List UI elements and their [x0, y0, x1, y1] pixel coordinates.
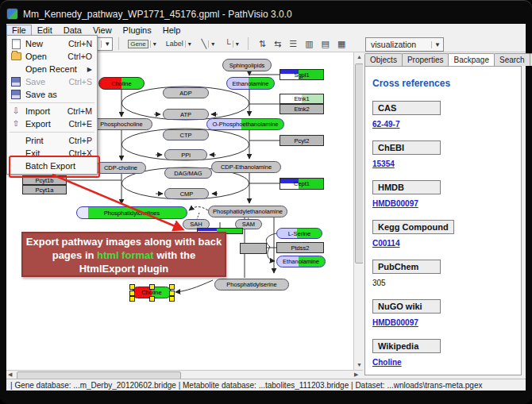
menu-plugins[interactable]: Plugins: [118, 25, 157, 36]
scroll-left-icon[interactable]: ◀: [8, 371, 12, 379]
node-pcyt1a[interactable]: Pcyt1a: [22, 185, 67, 194]
node-cmp[interactable]: CMP: [164, 188, 209, 199]
file-menu-item-open-recent[interactable]: Open Recent▶: [7, 63, 97, 75]
chevron-down-icon: ▾: [185, 40, 191, 48]
xref-link[interactable]: Choline: [372, 358, 402, 367]
menu-file[interactable]: File: [6, 25, 32, 36]
xref-section-value: 305: [372, 279, 521, 287]
selection-handle[interactable]: [169, 290, 175, 296]
node-pcyt2[interactable]: Pcyt2: [279, 135, 324, 146]
node-ppi[interactable]: PPi: [164, 149, 207, 160]
scroll-down-icon[interactable]: ▼: [357, 361, 362, 369]
selection-handle[interactable]: [149, 296, 155, 302]
chevron-down-icon: ▾: [233, 40, 239, 48]
selection-handle[interactable]: [129, 296, 135, 302]
new-document-icon: [10, 39, 21, 48]
xref-link[interactable]: C00114: [372, 239, 399, 248]
node-ethanolamine-top[interactable]: Ethanolamine: [226, 77, 275, 90]
node-phosphatidylethanolamine[interactable]: Phosphatidylethanolamine: [208, 206, 287, 217]
tab-backpage[interactable]: Backpage: [448, 53, 494, 66]
xref-link[interactable]: 15354: [372, 160, 395, 168]
align-center-y-icon[interactable]: ⇆: [274, 40, 281, 48]
menu-view[interactable]: View: [87, 25, 118, 36]
menu-data[interactable]: Data: [58, 25, 87, 36]
menu-help[interactable]: Help: [157, 25, 187, 36]
node-ctp[interactable]: CTP: [163, 129, 209, 140]
node-etnk2[interactable]: Etnk2: [279, 104, 324, 114]
xref-link[interactable]: HMDB00097: [372, 318, 418, 327]
xref-link[interactable]: HMDB00097: [372, 199, 418, 208]
distribute-vertical-icon[interactable]: ☰: [289, 40, 297, 48]
node-label: Phosphatidylserine: [226, 281, 276, 288]
node-atp[interactable]: ATP: [163, 109, 209, 120]
selection-handle[interactable]: [149, 284, 155, 290]
distribute-horizontal-icon[interactable]: ▥: [305, 40, 313, 48]
align-center-x-icon[interactable]: ⇅: [259, 40, 266, 48]
menu-item-label: Import: [25, 106, 64, 116]
file-menu-item-import[interactable]: ⇩ImportCtrl+M: [7, 105, 97, 117]
scroll-right-icon[interactable]: ▶: [354, 371, 358, 379]
node-label: Ethanolamine: [283, 258, 319, 265]
backpage-panel[interactable]: Cross references CAS62-49-7ChEBI15354HMD…: [364, 66, 522, 375]
node-phosphocholine[interactable]: Phosphocholine: [91, 118, 152, 130]
menu-item-label: Save as: [25, 90, 94, 99]
node-label: Phosphatidylcholines: [104, 210, 160, 217]
node-phosphatidylserine[interactable]: Phosphatidylserine: [214, 279, 289, 290]
menu-edit[interactable]: Edit: [32, 25, 58, 36]
node-ethanolamine-bottom[interactable]: Ethanolamine: [276, 256, 326, 267]
xref-section-value: 15354: [372, 160, 521, 168]
stack-vertical-icon[interactable]: ▤: [322, 40, 330, 48]
file-menu-item-open[interactable]: OpenCtrl+O: [7, 50, 97, 63]
xref-section-cas: CAS62-49-7: [372, 101, 521, 129]
node-label: Phosphatidylethanolamine: [213, 208, 283, 215]
file-menu-item-export[interactable]: ⇧ExportCtrl+E: [7, 117, 97, 130]
xref-section-value: HMDB00097: [372, 318, 521, 327]
selection-handle[interactable]: [129, 290, 135, 296]
file-menu-item-save-as[interactable]: Save as: [7, 88, 97, 101]
node-label: PPi: [181, 152, 191, 159]
node-l-serine[interactable]: L-Serine: [276, 228, 322, 239]
selection-handle[interactable]: [169, 296, 175, 302]
tab-objects[interactable]: Objects: [364, 53, 403, 66]
node-ptdss-box[interactable]: [240, 243, 267, 254]
selection-handle[interactable]: [169, 284, 175, 290]
title-bar[interactable]: Mm_Kennedy_pathway_WP1771_45176.gpml - P…: [6, 4, 526, 24]
file-menu-item-new[interactable]: NewCtrl+N: [7, 37, 97, 50]
tab-search[interactable]: Search: [494, 53, 530, 66]
node-phosphatidylcholines[interactable]: Phosphatidylcholines: [76, 206, 187, 219]
app-icon: [6, 8, 18, 20]
xref-section-title: NuGO wiki: [372, 299, 441, 314]
new-line-button[interactable]: ╲ ▾: [198, 37, 218, 51]
node-dag-mag[interactable]: DAG/MAG: [164, 167, 212, 179]
stack-horizontal-icon[interactable]: ▦: [337, 40, 345, 48]
tab-properties[interactable]: Properties: [402, 53, 449, 66]
file-menu-item-print[interactable]: PrintCtrl+P: [7, 134, 97, 147]
callout-line1: Export pathway images along with back: [23, 235, 225, 248]
menu-item-shortcut: Ctrl+O: [67, 52, 94, 61]
new-connector-button[interactable]: └ ▾: [222, 37, 242, 51]
node-choline-top[interactable]: Choline: [98, 77, 145, 90]
node-cept1[interactable]: Cept1: [279, 178, 324, 190]
new-datanode-button[interactable]: Gene ▾: [125, 37, 160, 51]
node-label: Etnk1: [294, 95, 309, 102]
node-o-phosphoethanolamine[interactable]: O-Phosphoethanolamine: [206, 118, 284, 130]
node-adp[interactable]: ADP: [163, 87, 209, 98]
node-sphingolipids[interactable]: Sphingolipids: [222, 59, 272, 71]
node-ptdss2[interactable]: Ptdss2: [276, 242, 324, 253]
node-cdp-choline[interactable]: CDP-choline: [95, 162, 146, 174]
node-sgpl1[interactable]: Sgpl1: [279, 69, 324, 80]
scroll-up-icon[interactable]: ▲: [357, 53, 362, 61]
node-label: Ethanolamine: [233, 80, 269, 87]
menu-item-label: Export: [25, 119, 65, 129]
selection-handle[interactable]: [129, 284, 135, 290]
tab-legend[interactable]: Legend: [530, 53, 532, 66]
node-cdp-ethanolamine[interactable]: CDP-Ethanolamine: [211, 161, 281, 173]
save-icon: [10, 77, 21, 87]
new-label-button[interactable]: Label ▾: [163, 37, 195, 51]
chevron-down-icon: ▾: [208, 40, 214, 48]
status-text: | Gene database: ...m_Derby_20120602.bri…: [10, 381, 482, 390]
import-icon: ⇩: [13, 107, 19, 115]
xref-link[interactable]: 62-49-7: [372, 120, 399, 129]
node-etnk1[interactable]: Etnk1: [279, 94, 324, 104]
visualization-combobox[interactable]: visualization ▼: [365, 37, 444, 52]
